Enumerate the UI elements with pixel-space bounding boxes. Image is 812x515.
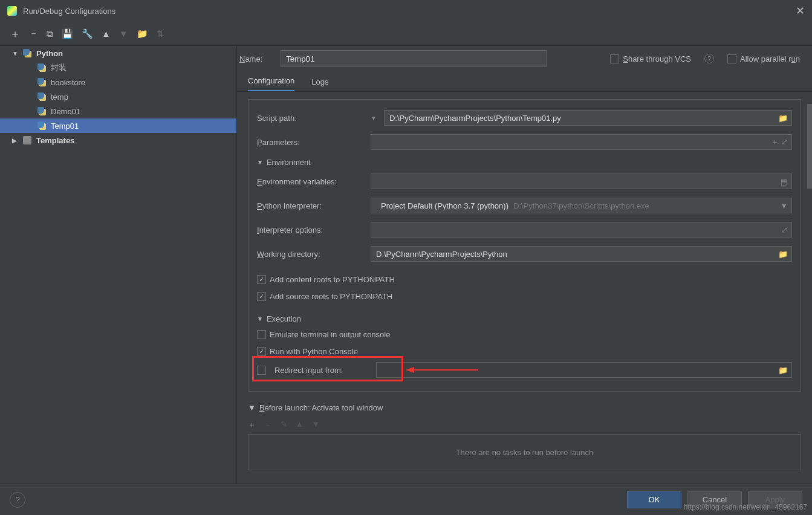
python-icon [23, 49, 31, 57]
tree-item-3[interactable]: Demo01 [0, 104, 236, 118]
edit-task-icon[interactable]: ✎ [281, 419, 287, 430]
remove-task-icon[interactable]: － [264, 419, 272, 430]
chevron-down-icon: ▼ [12, 50, 19, 57]
tree-item-1[interactable]: bookstore [0, 75, 236, 89]
chevron-down-icon[interactable]: ▼ [371, 115, 379, 121]
share-vcs-checkbox[interactable]: Share through VCS Share through VCS [610, 54, 691, 63]
run-python-console-checkbox[interactable] [257, 347, 266, 356]
tree-item-label: temp [51, 92, 68, 102]
sort-icon[interactable]: ⇅ [157, 28, 164, 39]
script-path-input[interactable]: D:\PyCharm\PycharmProjects\Python\Temp01… [384, 110, 792, 126]
config-tabs: Configuration Logs [237, 71, 812, 92]
close-icon[interactable]: ✕ [796, 4, 805, 18]
interpreter-opts-label: Interpreter options: [257, 225, 366, 235]
configuration-panel: Script path: ▼ D:\PyCharm\PycharmProject… [248, 99, 801, 392]
save-config-icon[interactable]: 💾 [62, 28, 73, 39]
config-tree: ▼ Python 封装 bookstore temp Demo01 Temp01… [0, 46, 237, 484]
tree-item-label: Demo01 [51, 107, 80, 116]
before-launch-list: There are no tasks to run before launch [248, 434, 801, 470]
before-launch-toolbar: ＋ － ✎ ▲ ▼ [248, 416, 801, 434]
working-dir-input[interactable]: D:\PyCharm\PycharmProjects\Python 📁 [371, 246, 792, 262]
checkbox-icon [727, 54, 736, 63]
parallel-run-checkbox[interactable]: Allow parallel run Allow parallel run [727, 54, 800, 63]
parameters-label: Parameters: [257, 138, 366, 147]
move-up-icon[interactable]: ▲ [102, 28, 111, 39]
tree-item-label: 封装 [51, 62, 67, 73]
copy-config-icon[interactable]: ⧉ [47, 28, 53, 39]
scrollbar[interactable] [807, 104, 812, 484]
execution-section-header[interactable]: ▼ Execution [248, 311, 801, 326]
move-down-icon[interactable]: ▼ [119, 28, 128, 39]
window-title: Run/Debug Configurations [23, 7, 115, 16]
environment-section-header[interactable]: ▼ Environment [248, 154, 801, 169]
chevron-down-icon: ▼ [257, 159, 263, 166]
python-icon [37, 107, 46, 115]
titlebar: Run/Debug Configurations ✕ [0, 0, 812, 22]
svg-marker-1 [406, 367, 414, 373]
form-header: NName:ame: Share through VCS Share throu… [237, 46, 812, 71]
tree-group-label: Templates [36, 136, 74, 145]
tree-item-label: Temp01 [51, 121, 79, 131]
move-down-icon[interactable]: ▼ [312, 419, 320, 430]
chevron-down-icon: ▼ [257, 316, 263, 322]
name-label: NName:ame: [239, 54, 270, 63]
python-icon [37, 121, 46, 130]
redirect-input-label: Redirect input from: [274, 366, 371, 375]
folder-icon[interactable]: 📁 [778, 366, 788, 375]
name-input[interactable] [281, 50, 547, 67]
python-icon [37, 78, 46, 86]
share-vcs-label: Share through VCS [623, 54, 691, 63]
ok-button[interactable]: OK [627, 491, 681, 508]
working-dir-label: Working directory: [257, 250, 366, 259]
scrollbar-thumb[interactable] [807, 104, 812, 189]
add-source-roots-checkbox[interactable] [257, 292, 266, 301]
tree-item-0[interactable]: 封装 [0, 60, 236, 75]
before-launch-section: ▼ Before launch: Activate tool window Be… [248, 399, 801, 470]
chevron-down-icon: ▼ [248, 403, 256, 412]
folder-icon[interactable]: 📁 [137, 28, 148, 39]
remove-config-icon[interactable]: － [29, 28, 38, 39]
python-icon [37, 63, 46, 72]
add-source-roots-label: Add source roots to PYTHONPATH [270, 292, 392, 301]
chevron-right-icon: ▶ [12, 137, 19, 144]
parameters-input[interactable]: ＋ ⤢ [371, 134, 792, 150]
expand-icon[interactable]: ⤢ [781, 225, 788, 235]
before-launch-header[interactable]: ▼ Before launch: Activate tool window Be… [248, 399, 801, 416]
move-up-icon[interactable]: ▲ [296, 419, 304, 430]
python-icon [37, 92, 46, 101]
content-pane: NName:ame: Share through VCS Share throu… [237, 46, 812, 484]
help-icon[interactable]: ? [704, 54, 714, 63]
app-icon [7, 6, 17, 16]
script-path-label: Script path: [257, 114, 366, 123]
tree-item-2[interactable]: temp [0, 89, 236, 104]
redirect-input-checkbox[interactable] [257, 366, 266, 375]
watermark-text: https://blog.csdn.net/weixin_45962167 [684, 503, 807, 511]
tree-item-4[interactable]: Temp01 [0, 118, 236, 133]
tree-group-label: Python [36, 49, 63, 58]
add-task-icon[interactable]: ＋ [248, 419, 256, 430]
folder-icon[interactable]: 📁 [778, 250, 788, 259]
list-icon[interactable]: ▤ [781, 177, 788, 186]
tree-group-python[interactable]: ▼ Python [0, 46, 236, 60]
run-python-console-label: Run with Python Console [270, 347, 358, 356]
interpreter-select[interactable]: Project Default (Python 3.7 (python)) D:… [371, 198, 792, 213]
add-content-roots-checkbox[interactable] [257, 275, 266, 284]
tree-group-templates[interactable]: ▶ Templates [0, 133, 236, 147]
add-config-icon[interactable]: ＋ [10, 27, 21, 41]
tree-item-label: bookstore [51, 78, 85, 87]
tab-logs[interactable]: Logs [311, 77, 328, 91]
env-vars-input[interactable]: ▤ [371, 173, 792, 189]
parallel-run-label: Allow parallel run [740, 54, 800, 63]
expand-icon[interactable]: ＋ ⤢ [771, 137, 788, 147]
add-content-roots-label: Add content roots to PYTHONPATH [270, 275, 395, 284]
annotation-arrow [406, 366, 478, 376]
chevron-down-icon[interactable]: ▼ [780, 201, 788, 210]
emulate-terminal-label: Emulate terminal in output console [270, 330, 390, 339]
emulate-terminal-checkbox[interactable] [257, 330, 266, 339]
interpreter-opts-input[interactable]: ⤢ [371, 222, 792, 238]
config-toolbar: ＋ － ⧉ 💾 🔧 ▲ ▼ 📁 ⇅ [0, 22, 812, 46]
help-button[interactable]: ? [10, 492, 25, 508]
wrench-icon[interactable]: 🔧 [82, 28, 93, 39]
folder-icon[interactable]: 📁 [778, 114, 788, 123]
tab-configuration[interactable]: Configuration [248, 76, 294, 91]
